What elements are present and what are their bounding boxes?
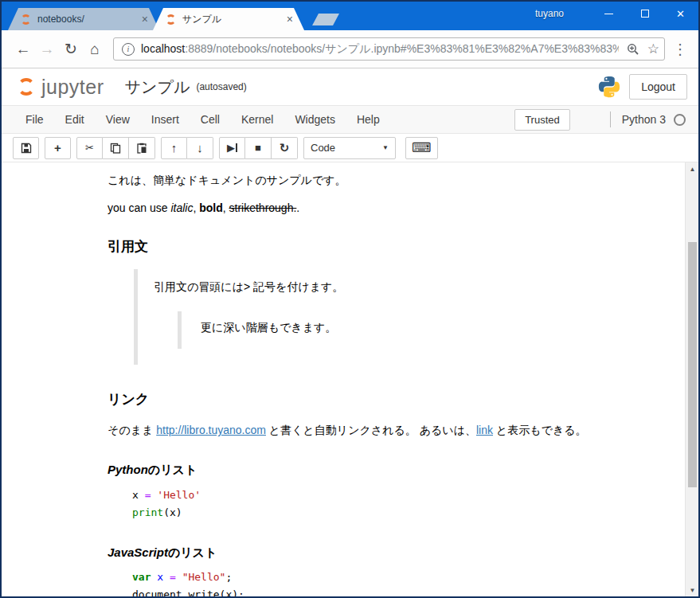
- minimize-button[interactable]: [591, 2, 627, 25]
- move-cell-down-button[interactable]: ↓: [187, 137, 213, 159]
- url-path: :8889/notebooks/notebooks/サンプル.ipynb#%E3…: [185, 42, 618, 55]
- jupyter-logo-text: jupyter: [41, 76, 104, 99]
- paragraph: これは、簡単なドキュメントのサンプルです。: [108, 172, 661, 188]
- logout-button[interactable]: Logout: [629, 74, 687, 100]
- command-palette-button[interactable]: ⌨: [405, 137, 438, 159]
- vertical-scrollbar[interactable]: ▲ ▼: [685, 162, 698, 596]
- heading-quote: 引用文: [108, 237, 661, 257]
- paste-cell-button[interactable]: [129, 137, 155, 159]
- kernel-separator: [610, 111, 611, 127]
- quote-text: 更に深い階層もできます。: [201, 319, 626, 335]
- forward-button[interactable]: →: [35, 41, 59, 58]
- run-cell-button[interactable]: ▶: [219, 137, 245, 159]
- scissors-icon: ✂: [85, 142, 94, 154]
- strikethrough-text: strikethrough.: [229, 201, 297, 214]
- trusted-button[interactable]: Trusted: [514, 109, 570, 131]
- quote-text: 引用文の冒頭には> 記号を付けます。: [154, 279, 645, 295]
- notebook-menubar: File Edit View Insert Cell Kernel Widget…: [2, 105, 698, 134]
- new-tab-button[interactable]: [312, 14, 339, 25]
- browser-menu-icon[interactable]: ⋮: [670, 41, 690, 58]
- paste-icon: [136, 143, 147, 154]
- header-right: Logout: [597, 74, 687, 100]
- copy-cell-button[interactable]: [103, 137, 129, 159]
- notebook-content: これは、簡単なドキュメントのサンプルです。 you can use italic…: [2, 162, 698, 596]
- cut-cell-button[interactable]: ✂: [76, 137, 103, 159]
- titlebar: notebooks/ × サンプル × tuyano ✕: [2, 2, 698, 30]
- restart-icon: ↻: [280, 141, 290, 155]
- menu-file[interactable]: File: [25, 113, 44, 126]
- url-host: localhost: [141, 42, 185, 55]
- window-user-label: tuyano: [535, 8, 564, 19]
- browser-window: notebooks/ × サンプル × tuyano ✕ ← → ↻ ⌂ i l…: [0, 0, 700, 598]
- nested-blockquote: 更に深い階層もできます。: [178, 311, 645, 349]
- plus-icon: +: [54, 141, 61, 154]
- javascript-code-block: var x = "Hello"; document.write(x);: [132, 569, 661, 596]
- python-logo-icon: [597, 75, 621, 99]
- tab-sample[interactable]: サンプル ×: [153, 8, 304, 30]
- scroll-down-icon[interactable]: ▼: [686, 584, 698, 596]
- tab-close-icon[interactable]: ×: [139, 13, 151, 25]
- tab-strip: notebooks/ × サンプル ×: [8, 8, 336, 30]
- maximize-button[interactable]: [627, 2, 663, 25]
- menu-help[interactable]: Help: [357, 113, 380, 126]
- menubar-right: Trusted Python 3: [514, 109, 686, 131]
- copy-icon: [110, 143, 121, 154]
- menu-widgets[interactable]: Widgets: [295, 113, 335, 126]
- jupyter-favicon-icon: [166, 14, 176, 25]
- menu-cell[interactable]: Cell: [201, 113, 220, 126]
- restart-kernel-button[interactable]: ↻: [272, 137, 298, 159]
- kernel-name: Python 3: [622, 113, 666, 126]
- jupyter-header: jupyter サンプル (autosaved) Logout: [2, 68, 698, 105]
- run-icon: ▶: [227, 142, 235, 154]
- menu-insert[interactable]: Insert: [151, 113, 179, 126]
- back-button[interactable]: ←: [11, 41, 35, 58]
- close-button[interactable]: ✕: [663, 2, 698, 25]
- maximize-icon: [641, 10, 649, 18]
- auto-link[interactable]: http://libro.tuyano.com: [156, 424, 266, 436]
- cell-type-select[interactable]: Code ▼: [303, 137, 396, 159]
- url-input[interactable]: i localhost:8889/notebooks/notebooks/サンプ…: [113, 37, 665, 61]
- keyboard-icon: ⌨: [412, 139, 432, 156]
- tab-title: サンプル: [182, 13, 284, 26]
- move-cell-up-button[interactable]: ↑: [161, 137, 187, 159]
- page-info-icon[interactable]: i: [122, 43, 135, 56]
- cell-type-value: Code: [311, 142, 335, 154]
- blockquote: 引用文の冒頭には> 記号を付けます。 更に深い階層もできます。: [134, 269, 661, 365]
- bookmark-star-icon[interactable]: ☆: [647, 41, 659, 57]
- zoom-icon[interactable]: [627, 43, 639, 56]
- menu-edit[interactable]: Edit: [65, 113, 84, 126]
- heading-link: リンク: [108, 390, 661, 410]
- text-link[interactable]: link: [476, 424, 493, 436]
- paragraph: you can use italic, bold, strikethrough.…: [108, 200, 661, 216]
- python-code-block: x = 'Hello' print(x): [132, 487, 661, 522]
- close-icon: ✕: [676, 8, 685, 20]
- address-bar: ← → ↻ ⌂ i localhost:8889/notebooks/noteb…: [2, 30, 698, 68]
- scrollbar-thumb[interactable]: [688, 242, 697, 487]
- notebook-toolbar: + ✂ ↑ ↓ ▶ ■ ↻ Code ▼ ⌨: [2, 134, 698, 162]
- kernel-status-icon: [674, 114, 686, 126]
- home-button[interactable]: ⌂: [83, 41, 107, 58]
- save-icon: [21, 143, 32, 154]
- arrow-down-icon: ↓: [197, 141, 203, 154]
- reload-button[interactable]: ↻: [59, 40, 83, 58]
- markdown-cell[interactable]: これは、簡単なドキュメントのサンプルです。 you can use italic…: [2, 162, 685, 596]
- scroll-up-icon[interactable]: ▲: [686, 162, 698, 175]
- tab-notebooks[interactable]: notebooks/ ×: [8, 8, 159, 30]
- bold-text: bold: [199, 201, 223, 214]
- jupyter-logo-icon: [18, 78, 35, 96]
- arrow-up-icon: ↑: [171, 141, 178, 154]
- save-button[interactable]: [13, 137, 39, 159]
- menu-view[interactable]: View: [106, 113, 130, 126]
- url-text: localhost:8889/notebooks/notebooks/サンプル.…: [141, 42, 619, 57]
- window-caption: tuyano ✕: [535, 2, 698, 25]
- notebook-title[interactable]: サンプル: [125, 76, 190, 98]
- italic-text: italic: [170, 201, 193, 214]
- interrupt-kernel-button[interactable]: ■: [245, 137, 272, 159]
- jupyter-logo[interactable]: jupyter: [18, 76, 104, 99]
- jupyter-favicon-icon: [21, 14, 31, 25]
- add-cell-button[interactable]: +: [45, 137, 71, 159]
- menu-kernel[interactable]: Kernel: [241, 113, 273, 126]
- tab-close-icon[interactable]: ×: [284, 13, 296, 25]
- stop-icon: ■: [255, 142, 261, 154]
- autosave-status: (autosaved): [196, 81, 246, 92]
